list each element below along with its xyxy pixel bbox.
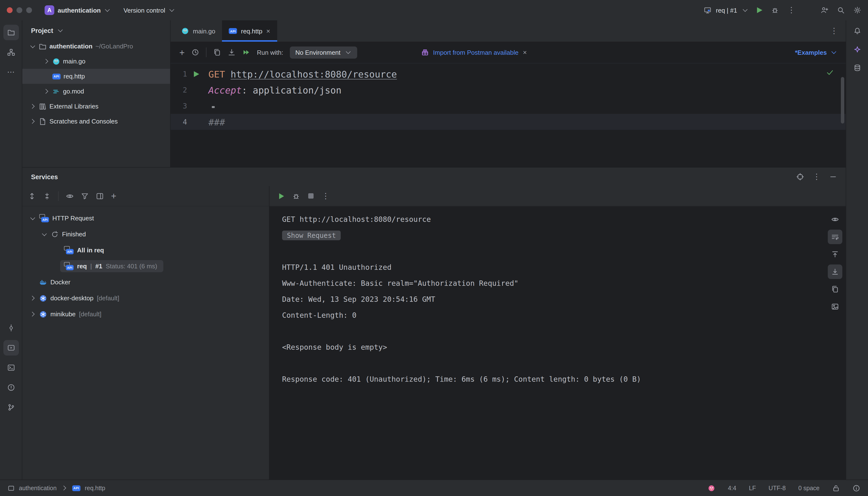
commit-tool-button[interactable]: [3, 320, 19, 336]
search-everywhere-icon[interactable]: [837, 6, 845, 14]
caret-position[interactable]: 4:4: [728, 485, 736, 491]
breadcrumb-file[interactable]: req.http: [85, 485, 105, 491]
chevron-right-icon[interactable]: [29, 103, 36, 110]
import-icon[interactable]: [228, 48, 235, 56]
project-selector[interactable]: A authentication: [45, 5, 111, 15]
add-request-icon[interactable]: +: [179, 48, 185, 57]
code-line-1[interactable]: 1 GET http://localhost:8080/resource: [171, 66, 846, 82]
scroll-to-end-button[interactable]: [828, 264, 842, 279]
tree-row-external-libraries[interactable]: External Libraries: [22, 99, 170, 114]
chevron-down-icon[interactable]: [29, 215, 36, 222]
lock-icon[interactable]: [832, 484, 840, 492]
line-number[interactable]: 4: [171, 118, 189, 126]
chevron-down-icon[interactable]: [41, 231, 47, 237]
code-text[interactable]: Accept: application/json: [203, 84, 341, 95]
editor-scrollbar[interactable]: [841, 77, 844, 124]
code-text[interactable]: GET http://localhost:8080/resource: [203, 68, 397, 79]
debug-rerun-icon[interactable]: [292, 192, 300, 200]
postman-import-banner[interactable]: Import from Postman available ×: [421, 48, 527, 56]
services-row-minikube[interactable]: minikube [default]: [22, 306, 269, 322]
filter-icon[interactable]: [81, 192, 89, 200]
settings-gear-icon[interactable]: [853, 6, 861, 14]
run-request-gutter-icon[interactable]: [189, 71, 203, 77]
close-window-button[interactable]: [7, 7, 13, 13]
services-row-docker[interactable]: Docker: [22, 274, 269, 290]
preview-eye-button[interactable]: [828, 212, 842, 227]
tab-options-icon[interactable]: ⋮: [830, 27, 838, 35]
tree-row-go-mod[interactable]: go.mod: [22, 84, 170, 99]
chevron-right-icon[interactable]: [43, 58, 49, 65]
target-icon[interactable]: [796, 173, 804, 181]
view-options-eye-icon[interactable]: [66, 192, 74, 200]
line-ending[interactable]: LF: [749, 485, 756, 491]
run-all-requests-icon[interactable]: [242, 48, 250, 56]
more-tool-windows-button[interactable]: ⋯: [3, 64, 19, 80]
close-banner-icon[interactable]: ×: [523, 49, 527, 56]
console-options-icon[interactable]: ⋮: [322, 192, 330, 200]
notifications-bell-icon[interactable]: [853, 27, 861, 35]
code-line-2[interactable]: 2 Accept: application/json: [171, 82, 846, 98]
chevron-down-icon[interactable]: [29, 43, 36, 50]
debug-icon[interactable]: [771, 6, 779, 14]
collapse-all-icon[interactable]: [43, 192, 51, 200]
open-in-new-tab-icon[interactable]: [96, 192, 104, 200]
selected-run-row[interactable]: API req | #1 Status: 401 (6 ms): [60, 260, 164, 272]
chevron-right-icon[interactable]: [29, 118, 36, 125]
code-line-4[interactable]: 4 ###: [171, 114, 846, 130]
services-row-all-in-req[interactable]: API All in req: [22, 242, 269, 258]
git-tool-button[interactable]: [3, 400, 19, 415]
expand-all-icon[interactable]: [28, 192, 36, 200]
history-icon[interactable]: [192, 48, 199, 56]
chevron-right-icon[interactable]: [29, 311, 36, 317]
minimize-panel-icon[interactable]: [829, 173, 837, 181]
stop-button[interactable]: [308, 193, 314, 199]
gopher-icon[interactable]: [707, 484, 715, 492]
code-text[interactable]: ###: [203, 117, 225, 127]
tree-row-main-go[interactable]: main.go: [22, 54, 170, 69]
run-configuration-widget[interactable]: req | #1: [704, 6, 748, 14]
structure-tool-button[interactable]: [3, 45, 19, 60]
tree-row-scratches[interactable]: Scratches and Consoles: [22, 114, 170, 129]
chevron-right-icon[interactable]: [43, 88, 49, 95]
services-row-http-request[interactable]: API HTTP Request: [22, 210, 269, 226]
copy-response-button[interactable]: [828, 282, 842, 296]
response-console[interactable]: GET http://localhost:8080/resource Show …: [270, 206, 824, 480]
panel-options-icon[interactable]: ⋮: [813, 173, 821, 181]
add-service-icon[interactable]: +: [111, 191, 116, 201]
file-encoding[interactable]: UTF-8: [768, 485, 786, 491]
database-icon[interactable]: [853, 64, 861, 72]
code-with-me-icon[interactable]: [821, 6, 828, 14]
tree-row-req-http[interactable]: API req.http: [22, 69, 170, 84]
inspection-ok-icon[interactable]: [826, 68, 834, 77]
tab-main-go[interactable]: main.go: [174, 20, 222, 42]
info-icon[interactable]: [852, 484, 860, 492]
tree-row-root[interactable]: authentication ~/GoLandPro: [22, 39, 170, 54]
tab-req-http[interactable]: API req.http ×: [222, 20, 277, 42]
show-request-button[interactable]: Show Request: [282, 230, 341, 240]
soft-wrap-button[interactable]: [828, 230, 842, 244]
terminal-tool-button[interactable]: [3, 360, 19, 375]
line-number[interactable]: 1: [171, 69, 189, 78]
rerun-button[interactable]: [279, 193, 284, 199]
code-line-3[interactable]: 3: [171, 98, 846, 114]
view-as-image-button[interactable]: [828, 299, 842, 314]
line-number[interactable]: 3: [171, 102, 189, 110]
copy-icon[interactable]: [213, 48, 221, 56]
environment-dropdown[interactable]: No Environment: [290, 46, 357, 58]
chevron-right-icon[interactable]: [29, 295, 36, 301]
problems-tool-button[interactable]: [3, 380, 19, 395]
indent-setting[interactable]: 0 space: [798, 485, 820, 491]
scroll-to-top-button[interactable]: [828, 247, 842, 262]
services-row-req-selected[interactable]: API req | #1 Status: 401 (6 ms): [22, 258, 269, 274]
more-actions-icon[interactable]: ⋮: [788, 6, 795, 14]
ai-assistant-icon[interactable]: [853, 46, 861, 53]
services-row-docker-desktop[interactable]: docker-desktop [default]: [22, 290, 269, 306]
services-row-finished[interactable]: Finished: [22, 226, 269, 242]
services-tool-button[interactable]: [3, 340, 19, 356]
examples-dropdown[interactable]: *Examples: [795, 49, 837, 56]
run-button[interactable]: [757, 7, 762, 13]
breadcrumb-project[interactable]: authentication: [19, 485, 57, 491]
minimize-window-button[interactable]: [16, 7, 22, 13]
project-tool-button[interactable]: [3, 25, 19, 40]
project-panel-header[interactable]: Project: [22, 22, 170, 39]
